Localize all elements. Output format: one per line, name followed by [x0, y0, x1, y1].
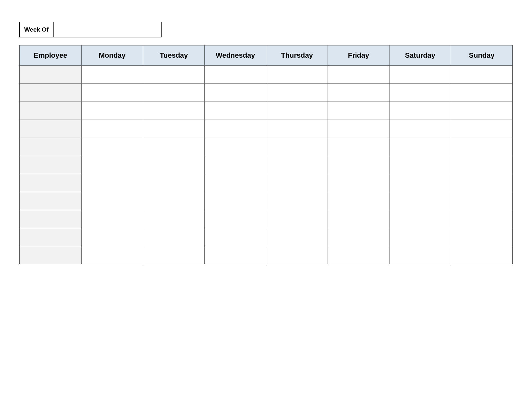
employee-cell[interactable] — [20, 192, 82, 210]
schedule-cell-sunday[interactable] — [451, 246, 513, 264]
schedule-cell-friday[interactable] — [328, 138, 389, 156]
schedule-cell-monday[interactable] — [82, 138, 143, 156]
schedule-cell-tuesday[interactable] — [143, 120, 205, 138]
employee-cell[interactable] — [20, 228, 82, 246]
schedule-cell-thursday[interactable] — [266, 120, 328, 138]
schedule-cell-saturday[interactable] — [389, 174, 451, 192]
schedule-cell-wednesday[interactable] — [205, 120, 266, 138]
schedule-cell-friday[interactable] — [328, 156, 389, 174]
schedule-cell-saturday[interactable] — [389, 138, 451, 156]
schedule-cell-saturday[interactable] — [389, 246, 451, 264]
schedule-cell-monday[interactable] — [82, 210, 143, 228]
schedule-cell-saturday[interactable] — [389, 120, 451, 138]
schedule-cell-wednesday[interactable] — [205, 246, 266, 264]
schedule-cell-tuesday[interactable] — [143, 210, 205, 228]
schedule-cell-thursday[interactable] — [266, 192, 328, 210]
schedule-cell-friday[interactable] — [328, 192, 389, 210]
schedule-cell-thursday[interactable] — [266, 174, 328, 192]
schedule-cell-friday[interactable] — [328, 120, 389, 138]
schedule-cell-wednesday[interactable] — [205, 210, 266, 228]
schedule-cell-tuesday[interactable] — [143, 228, 205, 246]
schedule-cell-tuesday[interactable] — [143, 156, 205, 174]
employee-cell[interactable] — [20, 246, 82, 264]
schedule-cell-friday[interactable] — [328, 210, 389, 228]
employee-cell[interactable] — [20, 102, 82, 120]
schedule-cell-thursday[interactable] — [266, 138, 328, 156]
schedule-cell-sunday[interactable] — [451, 174, 513, 192]
schedule-cell-sunday[interactable] — [451, 138, 513, 156]
schedule-cell-thursday[interactable] — [266, 102, 328, 120]
header-saturday: Saturday — [389, 45, 451, 66]
schedule-cell-sunday[interactable] — [451, 192, 513, 210]
schedule-cell-saturday[interactable] — [389, 66, 451, 84]
schedule-cell-sunday[interactable] — [451, 84, 513, 102]
header-thursday: Thursday — [266, 45, 328, 66]
schedule-cell-wednesday[interactable] — [205, 84, 266, 102]
schedule-cell-sunday[interactable] — [451, 156, 513, 174]
table-header-row: Employee Monday Tuesday Wednesday Thursd… — [20, 45, 513, 66]
schedule-cell-friday[interactable] — [328, 84, 389, 102]
schedule-cell-friday[interactable] — [328, 228, 389, 246]
schedule-cell-tuesday[interactable] — [143, 102, 205, 120]
schedule-cell-saturday[interactable] — [389, 192, 451, 210]
header-employee: Employee — [20, 45, 82, 66]
schedule-cell-monday[interactable] — [82, 174, 143, 192]
employee-cell[interactable] — [20, 156, 82, 174]
employee-cell[interactable] — [20, 120, 82, 138]
schedule-cell-saturday[interactable] — [389, 210, 451, 228]
schedule-cell-thursday[interactable] — [266, 84, 328, 102]
schedule-cell-sunday[interactable] — [451, 228, 513, 246]
schedule-cell-monday[interactable] — [82, 246, 143, 264]
schedule-cell-tuesday[interactable] — [143, 192, 205, 210]
schedule-cell-thursday[interactable] — [266, 228, 328, 246]
employee-cell[interactable] — [20, 66, 82, 84]
table-row — [20, 156, 513, 174]
schedule-cell-friday[interactable] — [328, 66, 389, 84]
schedule-cell-thursday[interactable] — [266, 156, 328, 174]
schedule-cell-tuesday[interactable] — [143, 84, 205, 102]
schedule-cell-friday[interactable] — [328, 174, 389, 192]
schedule-cell-wednesday[interactable] — [205, 102, 266, 120]
schedule-cell-saturday[interactable] — [389, 84, 451, 102]
schedule-cell-sunday[interactable] — [451, 102, 513, 120]
table-row — [20, 174, 513, 192]
schedule-cell-wednesday[interactable] — [205, 192, 266, 210]
schedule-cell-sunday[interactable] — [451, 66, 513, 84]
schedule-cell-wednesday[interactable] — [205, 156, 266, 174]
week-of-input[interactable] — [54, 22, 162, 37]
table-row — [20, 138, 513, 156]
schedule-cell-sunday[interactable] — [451, 120, 513, 138]
schedule-cell-monday[interactable] — [82, 102, 143, 120]
schedule-cell-tuesday[interactable] — [143, 174, 205, 192]
table-row — [20, 210, 513, 228]
schedule-cell-saturday[interactable] — [389, 156, 451, 174]
schedule-cell-monday[interactable] — [82, 84, 143, 102]
schedule-cell-friday[interactable] — [328, 246, 389, 264]
schedule-cell-thursday[interactable] — [266, 246, 328, 264]
schedule-cell-monday[interactable] — [82, 192, 143, 210]
employee-cell[interactable] — [20, 210, 82, 228]
schedule-table: Employee Monday Tuesday Wednesday Thursd… — [19, 45, 513, 264]
employee-cell[interactable] — [20, 174, 82, 192]
schedule-cell-wednesday[interactable] — [205, 228, 266, 246]
schedule-cell-friday[interactable] — [328, 102, 389, 120]
schedule-cell-wednesday[interactable] — [205, 138, 266, 156]
schedule-cell-monday[interactable] — [82, 228, 143, 246]
schedule-cell-tuesday[interactable] — [143, 246, 205, 264]
schedule-cell-saturday[interactable] — [389, 102, 451, 120]
schedule-cell-thursday[interactable] — [266, 66, 328, 84]
table-row — [20, 246, 513, 264]
employee-cell[interactable] — [20, 84, 82, 102]
table-row — [20, 120, 513, 138]
schedule-cell-thursday[interactable] — [266, 210, 328, 228]
schedule-cell-saturday[interactable] — [389, 228, 451, 246]
schedule-cell-wednesday[interactable] — [205, 66, 266, 84]
schedule-cell-monday[interactable] — [82, 120, 143, 138]
schedule-cell-monday[interactable] — [82, 66, 143, 84]
schedule-cell-tuesday[interactable] — [143, 66, 205, 84]
employee-cell[interactable] — [20, 138, 82, 156]
schedule-cell-wednesday[interactable] — [205, 174, 266, 192]
schedule-cell-sunday[interactable] — [451, 210, 513, 228]
schedule-cell-tuesday[interactable] — [143, 138, 205, 156]
schedule-cell-monday[interactable] — [82, 156, 143, 174]
